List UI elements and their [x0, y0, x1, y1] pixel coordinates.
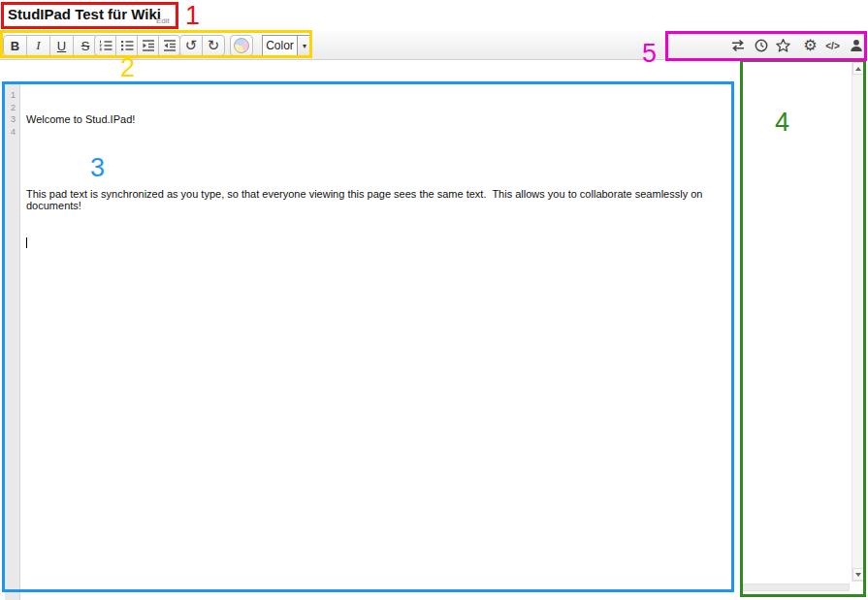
scroll-down-button[interactable]	[852, 568, 864, 581]
outdent-button[interactable]	[158, 35, 180, 56]
unordered-list-icon	[119, 38, 135, 53]
settings-gear-icon: ⚙	[803, 38, 817, 53]
import-export-arrows-icon	[729, 39, 747, 52]
redo-button[interactable]: ↻	[202, 35, 225, 56]
show-users-button[interactable]	[845, 35, 867, 56]
italic-icon: I	[36, 38, 40, 53]
scroll-up-arrow-icon	[855, 67, 861, 71]
sidebar-vertical-scrollbar[interactable]	[852, 61, 865, 582]
scroll-down-arrow-icon	[855, 573, 861, 577]
edit-title-link[interactable]: Edit	[156, 16, 170, 25]
right-sidebar-panel	[743, 61, 865, 600]
embed-code-icon: </>	[825, 41, 839, 51]
underline-button[interactable]: U	[49, 35, 74, 56]
pad-text-line: This pad text is synchronized as you typ…	[26, 188, 733, 212]
line-number: 1	[5, 89, 19, 102]
undo-button[interactable]: ↺	[179, 35, 203, 56]
pad-editor[interactable]: 1 2 3 4 Welcome to Stud.IPad! This pad t…	[5, 84, 733, 600]
line-number: 2	[5, 102, 19, 114]
pad-text-line	[26, 237, 733, 249]
timeslider-clock-icon	[754, 38, 769, 53]
indent-icon	[141, 38, 156, 53]
scroll-up-button[interactable]	[852, 62, 864, 75]
outdent-icon	[162, 38, 177, 53]
import-export-button[interactable]	[726, 35, 749, 56]
show-users-icon	[849, 38, 864, 53]
settings-button[interactable]: ⚙	[799, 35, 821, 56]
pad-text-area[interactable]: Welcome to Stud.IPad! This pad text is s…	[21, 84, 733, 600]
pad-text-line: Welcome to Stud.IPad!	[26, 113, 733, 126]
unordered-list-button[interactable]	[115, 35, 138, 56]
indent-button[interactable]	[137, 35, 159, 56]
saved-revisions-star-icon	[775, 38, 791, 53]
embed-button[interactable]: </>	[821, 35, 844, 56]
italic-button[interactable]: I	[26, 35, 50, 56]
line-number: 3	[5, 113, 19, 126]
chevron-down-icon[interactable]: ▾	[297, 36, 311, 55]
sidebar-horizontal-scrollbar[interactable]	[743, 584, 850, 591]
ordered-list-button[interactable]	[94, 35, 116, 56]
color-wheel-icon	[234, 38, 249, 53]
title-bar: StudIPad Test für Wiki Edit	[0, 0, 868, 31]
timeslider-button[interactable]	[750, 35, 772, 56]
editbar: B I U S ↺	[0, 31, 868, 60]
clear-authorship-button[interactable]	[230, 35, 253, 56]
line-number: 4	[5, 126, 19, 139]
line-number-gutter: 1 2 3 4	[5, 84, 20, 600]
pad-text-line	[26, 151, 733, 164]
underline-icon: U	[57, 39, 66, 53]
color-dropdown-label: Color	[263, 36, 297, 55]
ordered-list-icon	[98, 38, 113, 53]
strikethrough-icon: S	[81, 39, 90, 53]
color-dropdown[interactable]: Color ▾	[262, 35, 312, 56]
redo-icon: ↻	[208, 39, 220, 53]
saved-revisions-button[interactable]	[772, 35, 794, 56]
pad-title: StudIPad Test für Wiki	[8, 6, 161, 22]
text-cursor	[26, 237, 27, 248]
bold-button[interactable]: B	[3, 35, 27, 56]
undo-icon: ↺	[185, 39, 198, 53]
bold-icon: B	[11, 39, 19, 53]
